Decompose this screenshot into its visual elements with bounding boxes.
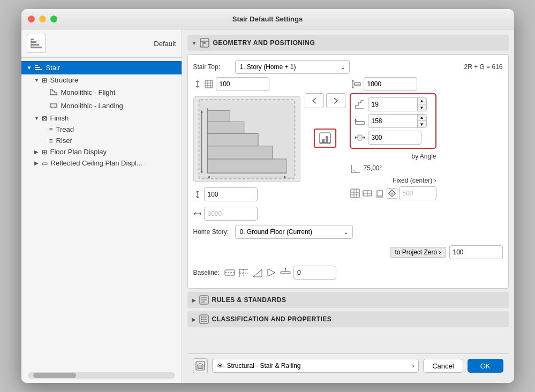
flight-icon [49,87,58,97]
stair-icon [34,63,43,73]
tree-item-reflected[interactable]: ▶ ▭ Reflected Ceiling Plan Displ... [21,157,182,169]
baseline-icon-2[interactable] [238,267,250,278]
center-icon-btn[interactable] [314,129,336,148]
right-panel: ▼ GEOMETRY AND POSITIONING Stair Top: 1.… [182,29,514,383]
home-story-chevron: ⌄ [344,229,348,235]
window-title: Stair Default Settings [232,15,303,23]
tree-item-structure[interactable]: ▼ ⊞ Structure [21,74,182,86]
monolithic-flight-label: Monolithic - Flight [61,88,116,96]
width-input[interactable] [204,207,258,221]
svg-rect-60 [199,366,202,368]
right-geo: 19 ▲ ▼ [350,77,436,221]
tree-item-riser[interactable]: ≡ Riser [21,135,182,146]
tree-item-tread[interactable]: ≡ Tread [21,124,182,135]
baseline-icon-1[interactable] [224,267,236,278]
stair-top-row: Stair Top: 1. Story (Home + 1) ⌄ 2R + G … [193,60,503,74]
width-row [193,207,300,221]
rules-header[interactable]: ▶ RULES & STANDARDS [187,292,509,308]
tread-stepper[interactable]: 158 ▲ ▼ [368,114,427,128]
geometry-header[interactable]: ▼ GEOMETRY AND POSITIONING [187,35,509,51]
structural-label: Structural - Stair & Railing [227,362,301,370]
close-button[interactable] [28,16,35,22]
svg-rect-34 [358,135,362,140]
steps-up[interactable]: ▲ [418,97,426,104]
rules-section-icon [199,295,209,305]
geometry-section-icon [200,38,209,48]
angle-value: 75,00° [364,164,382,172]
project-zero-button[interactable]: to Project Zero › [390,247,446,258]
stair-top-dropdown[interactable]: 1. Story (Home + 1) ⌄ [235,60,350,74]
ok-button[interactable]: OK [468,359,503,373]
riser-icon: ≡ [49,137,53,145]
grid-value-input[interactable] [399,186,436,200]
height-1000-row [350,77,436,91]
svg-rect-49 [281,272,290,274]
steps-down[interactable]: ▼ [418,104,426,111]
project-zero-input[interactable] [449,245,503,259]
grid-icon-2[interactable] [362,188,373,199]
baseline-icon-5[interactable] [280,267,291,278]
tread-label: Tread [56,125,74,133]
geometry-arrow: ▼ [192,40,197,46]
classification-header[interactable]: ▶ CLASSIFICATION AND PROPERTIES [187,311,509,327]
home-story-label: Home Story: [193,228,231,236]
baseline-input[interactable] [293,266,336,280]
fixed-center-label: Fixed (center) [393,177,432,184]
height-top-input[interactable] [216,77,269,91]
stair-top-label: Stair Top: [193,63,231,71]
structure-label: Structure [50,76,79,84]
tread-down[interactable]: ▼ [418,121,426,128]
tool-icon-box [27,34,46,53]
project-zero-row: to Project Zero › [193,245,503,259]
center-geo [305,77,345,221]
by-angle-button[interactable]: by Angle [411,153,436,160]
baseline-label: Baseline: [193,269,220,276]
height-1000-input[interactable] [364,77,417,91]
structural-dropdown[interactable]: 👁 Structural - Stair & Railing › [212,359,419,373]
home-story-dropdown[interactable]: 0. Ground Floor (Current) ⌄ [235,225,353,239]
tree-item-stair[interactable]: ▼ Stair [21,61,182,74]
svg-point-56 [201,316,202,318]
scrollbar[interactable] [28,372,175,379]
grid-icon-1[interactable] [350,188,360,199]
tree-area: ▼ Stair ▼ ⊞ Structure [21,58,182,368]
tree-item-monolithic-flight[interactable]: Monolithic - Flight [21,86,182,99]
floor-plan-label: Floor Plan Display [50,148,107,156]
svg-point-58 [201,321,202,322]
tread-up[interactable]: ▲ [418,114,426,121]
steps-steppers: ▲ ▼ [417,97,426,111]
baseline-icon-4[interactable] [266,267,277,278]
landing-icon [49,101,58,111]
steps-stepper[interactable]: 19 ▲ ▼ [368,97,427,111]
svg-point-57 [201,319,202,320]
tree-item-monolithic-landing[interactable]: Monolithic - Landing [21,99,182,112]
minimize-button[interactable] [39,16,46,22]
formula-label: 2R + G = 616 [464,63,502,71]
tread-icon [354,115,366,127]
default-label: Default [154,40,176,48]
cancel-button[interactable]: Cancel [423,359,463,373]
tree-item-finish[interactable]: ▼ ⊠ Finish [21,112,182,124]
right-arrow-icon-btn[interactable] [326,93,345,108]
baseline-icon-3[interactable] [252,267,263,278]
svg-rect-16 [207,159,286,173]
stair-tool-icon [30,37,43,50]
grid-icon [204,79,214,89]
svg-rect-1 [31,44,39,46]
maximize-button[interactable] [50,16,57,22]
classification-arrow: ▶ [192,316,196,322]
left-arrow-icon-btn[interactable] [305,93,324,108]
steps-value: 19 [368,101,417,108]
tree-item-floor-plan[interactable]: ▶ ⊞ Floor Plan Display [21,146,182,157]
steps-row: 19 ▲ ▼ [354,97,432,111]
finish-label: Finish [50,114,69,122]
finish-icon: ⊠ [42,115,47,122]
stair-width-input[interactable] [368,131,421,145]
grid-icon-3[interactable] [374,188,385,199]
height-bottom-input[interactable] [204,187,258,201]
grid-icon-4[interactable] [387,188,397,199]
baseline-icons [224,266,336,280]
fixed-center-button[interactable]: Fixed (center) › [393,177,436,184]
highlighted-group: 19 ▲ ▼ [350,93,436,149]
svg-rect-4 [35,69,42,70]
